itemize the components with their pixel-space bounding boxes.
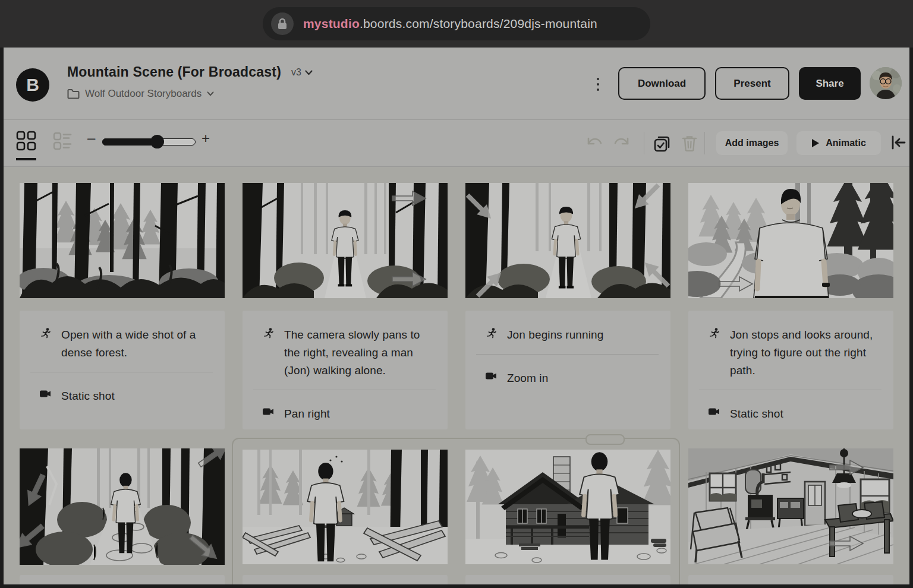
chevron-down-icon bbox=[207, 91, 214, 96]
camera-icon bbox=[29, 387, 61, 399]
user-avatar[interactable] bbox=[870, 67, 902, 99]
frame-shot-text[interactable]: Zoom in bbox=[507, 369, 548, 387]
action-runner-icon bbox=[698, 326, 730, 339]
frame-image-1[interactable] bbox=[20, 183, 225, 298]
frame-image-7[interactable] bbox=[465, 450, 670, 564]
toolbar-divider bbox=[644, 132, 644, 154]
storyboard-title[interactable]: Mountain Scene (For Broadcast) bbox=[67, 64, 281, 80]
present-button[interactable]: Present bbox=[715, 67, 789, 100]
browser-top-bar: mystudio.boords.com/storyboards/209djs-m… bbox=[0, 0, 913, 48]
grid-view-active-indicator bbox=[16, 158, 36, 160]
frame-card-6[interactable] bbox=[243, 575, 448, 584]
animatic-button[interactable]: Animatic bbox=[796, 131, 881, 155]
camera-icon bbox=[475, 369, 507, 381]
grid-view-button[interactable] bbox=[16, 131, 36, 151]
boords-logo[interactable]: B bbox=[16, 68, 49, 102]
frame-image-6[interactable] bbox=[243, 450, 448, 564]
zoom-slider[interactable] bbox=[102, 138, 196, 146]
zoom-slider-thumb[interactable] bbox=[150, 135, 164, 148]
delete-button[interactable] bbox=[681, 134, 698, 152]
project-name: Wolf Outdoor Storyboards bbox=[85, 88, 202, 100]
camera-icon bbox=[252, 405, 284, 416]
zoom-in-button[interactable]: + bbox=[202, 130, 210, 147]
add-images-button[interactable]: Add images bbox=[716, 131, 788, 155]
zoom-out-button[interactable]: – bbox=[87, 129, 95, 146]
card-divider bbox=[699, 390, 881, 390]
version-selector[interactable]: v3 bbox=[291, 67, 313, 78]
frame-card-8[interactable] bbox=[688, 575, 893, 584]
card-divider bbox=[476, 354, 659, 355]
view-toolbar: – + bbox=[4, 120, 909, 167]
frame-card-3[interactable]: Jon begins running Zoom in bbox=[465, 311, 670, 429]
share-button[interactable]: Share bbox=[799, 67, 861, 100]
browser-window: mystudio.boords.com/storyboards/209djs-m… bbox=[0, 0, 913, 588]
frame-card-7[interactable] bbox=[465, 575, 670, 584]
play-icon bbox=[811, 138, 820, 148]
frame-card-4[interactable]: Jon stops and looks around, trying to fi… bbox=[688, 311, 893, 429]
lock-icon bbox=[271, 12, 294, 35]
action-runner-icon bbox=[252, 326, 284, 339]
select-all-button[interactable] bbox=[653, 134, 672, 153]
chevron-down-icon bbox=[305, 70, 313, 75]
undo-button[interactable] bbox=[586, 135, 603, 150]
frame-image-4[interactable] bbox=[688, 183, 893, 298]
url-path: .boords.com/storyboards/209djs-mountain bbox=[360, 17, 597, 30]
camera-icon bbox=[698, 405, 730, 416]
list-view-button[interactable] bbox=[52, 131, 73, 151]
collapse-panel-button[interactable] bbox=[890, 135, 906, 150]
address-bar[interactable]: mystudio.boords.com/storyboards/209djs-m… bbox=[263, 7, 650, 40]
app-window: B Mountain Scene (For Broadcast) v3 Wolf… bbox=[4, 48, 909, 584]
frame-image-5[interactable] bbox=[20, 448, 225, 565]
frame-image-3[interactable] bbox=[465, 183, 670, 298]
redo-button[interactable] bbox=[613, 135, 630, 150]
frame-shot-text[interactable]: Static shot bbox=[730, 405, 783, 423]
card-divider bbox=[30, 372, 213, 372]
toolbar-divider bbox=[704, 132, 705, 154]
action-runner-icon bbox=[475, 326, 507, 339]
version-label: v3 bbox=[291, 67, 301, 78]
action-runner-icon bbox=[29, 326, 61, 339]
frame-card-1[interactable]: Open with a wide shot of a dense forest.… bbox=[20, 311, 225, 429]
frame-shot-text[interactable]: Static shot bbox=[61, 387, 115, 405]
group-drag-handle[interactable] bbox=[585, 434, 625, 445]
frame-card-5[interactable] bbox=[20, 575, 225, 584]
frame-image-8[interactable] bbox=[688, 448, 893, 564]
card-divider bbox=[253, 390, 436, 390]
frame-action-text[interactable]: Jon stops and looks around, trying to fi… bbox=[730, 326, 883, 380]
frame-image-2[interactable] bbox=[243, 183, 448, 298]
url-subdomain: mystudio bbox=[303, 17, 360, 30]
project-selector[interactable]: Wolf Outdoor Storyboards bbox=[67, 88, 214, 100]
frame-card-2[interactable]: The camera slowly pans to the right, rev… bbox=[243, 311, 448, 429]
url-text: mystudio.boords.com/storyboards/209djs-m… bbox=[303, 17, 597, 31]
frame-shot-text[interactable]: Pan right bbox=[284, 405, 330, 423]
folder-icon bbox=[67, 88, 80, 99]
frame-action-text[interactable]: The camera slowly pans to the right, rev… bbox=[284, 326, 437, 380]
frame-action-text[interactable]: Open with a wide shot of a dense forest. bbox=[61, 326, 214, 362]
more-options-button[interactable] bbox=[591, 71, 605, 97]
frame-action-text[interactable]: Jon begins running bbox=[507, 326, 603, 344]
download-button[interactable]: Download bbox=[618, 67, 706, 100]
